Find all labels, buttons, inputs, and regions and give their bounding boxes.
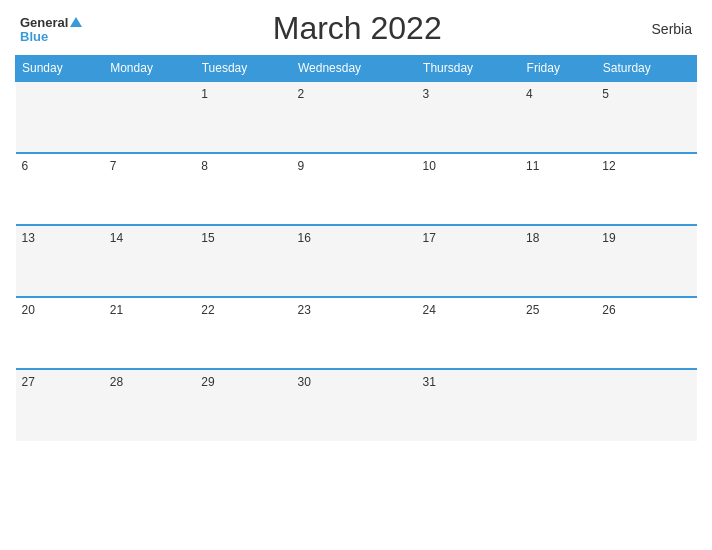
- day-cell: 11: [520, 153, 596, 225]
- day-number: 3: [423, 87, 430, 101]
- day-cell: 23: [291, 297, 416, 369]
- calendar-body: 1234567891011121314151617181920212223242…: [16, 81, 697, 441]
- logo-blue: Blue: [20, 30, 48, 43]
- week-row-4: 20212223242526: [16, 297, 697, 369]
- day-cell: 27: [16, 369, 104, 441]
- day-number: 4: [526, 87, 533, 101]
- week-row-5: 2728293031: [16, 369, 697, 441]
- day-number: 17: [423, 231, 436, 245]
- day-number: 9: [297, 159, 304, 173]
- calendar-title: March 2022: [82, 10, 632, 47]
- day-number: 1: [201, 87, 208, 101]
- day-cell: 30: [291, 369, 416, 441]
- day-cell: 24: [417, 297, 521, 369]
- week-row-1: 12345: [16, 81, 697, 153]
- day-cell: 19: [596, 225, 696, 297]
- day-cell: 4: [520, 81, 596, 153]
- day-cell: 12: [596, 153, 696, 225]
- logo-general: General: [20, 14, 82, 30]
- day-cell: 17: [417, 225, 521, 297]
- day-cell: 7: [104, 153, 196, 225]
- day-cell: 5: [596, 81, 696, 153]
- day-number: 2: [297, 87, 304, 101]
- logo: General Blue: [20, 14, 82, 43]
- day-number: 13: [22, 231, 35, 245]
- day-cell: 18: [520, 225, 596, 297]
- day-number: 27: [22, 375, 35, 389]
- day-cell: 13: [16, 225, 104, 297]
- day-number: 10: [423, 159, 436, 173]
- day-cell: 6: [16, 153, 104, 225]
- logo-triangle-icon: [70, 17, 82, 27]
- day-number: 26: [602, 303, 615, 317]
- day-cell: [596, 369, 696, 441]
- day-number: 16: [297, 231, 310, 245]
- col-monday: Monday: [104, 56, 196, 82]
- day-cell: 22: [195, 297, 291, 369]
- day-cell: 14: [104, 225, 196, 297]
- week-row-2: 6789101112: [16, 153, 697, 225]
- day-cell: 8: [195, 153, 291, 225]
- day-cell: 31: [417, 369, 521, 441]
- day-number: 5: [602, 87, 609, 101]
- day-number: 22: [201, 303, 214, 317]
- col-sunday: Sunday: [16, 56, 104, 82]
- day-number: 29: [201, 375, 214, 389]
- day-number: 21: [110, 303, 123, 317]
- header: General Blue March 2022 Serbia: [15, 10, 697, 47]
- day-number: 25: [526, 303, 539, 317]
- col-tuesday: Tuesday: [195, 56, 291, 82]
- day-number: 20: [22, 303, 35, 317]
- day-number: 14: [110, 231, 123, 245]
- day-number: 8: [201, 159, 208, 173]
- day-number: 15: [201, 231, 214, 245]
- week-row-3: 13141516171819: [16, 225, 697, 297]
- day-number: 18: [526, 231, 539, 245]
- day-number: 19: [602, 231, 615, 245]
- day-number: 28: [110, 375, 123, 389]
- day-cell: 25: [520, 297, 596, 369]
- day-cell: 29: [195, 369, 291, 441]
- calendar-grid: Sunday Monday Tuesday Wednesday Thursday…: [15, 55, 697, 441]
- day-cell: 28: [104, 369, 196, 441]
- calendar-container: General Blue March 2022 Serbia Sunday Mo…: [0, 0, 712, 550]
- day-number: 11: [526, 159, 539, 173]
- day-cell: 16: [291, 225, 416, 297]
- day-cell: 10: [417, 153, 521, 225]
- day-number: 23: [297, 303, 310, 317]
- col-friday: Friday: [520, 56, 596, 82]
- day-number: 31: [423, 375, 436, 389]
- col-thursday: Thursday: [417, 56, 521, 82]
- day-cell: 1: [195, 81, 291, 153]
- col-wednesday: Wednesday: [291, 56, 416, 82]
- day-number: 6: [22, 159, 29, 173]
- col-saturday: Saturday: [596, 56, 696, 82]
- day-cell: 9: [291, 153, 416, 225]
- day-number: 30: [297, 375, 310, 389]
- day-cell: [520, 369, 596, 441]
- day-number: 7: [110, 159, 117, 173]
- day-number: 12: [602, 159, 615, 173]
- day-cell: 3: [417, 81, 521, 153]
- day-header-row: Sunday Monday Tuesday Wednesday Thursday…: [16, 56, 697, 82]
- day-cell: 20: [16, 297, 104, 369]
- day-cell: 26: [596, 297, 696, 369]
- day-cell: 2: [291, 81, 416, 153]
- day-cell: [104, 81, 196, 153]
- day-cell: 21: [104, 297, 196, 369]
- day-number: 24: [423, 303, 436, 317]
- day-cell: [16, 81, 104, 153]
- country-label: Serbia: [632, 21, 692, 37]
- day-cell: 15: [195, 225, 291, 297]
